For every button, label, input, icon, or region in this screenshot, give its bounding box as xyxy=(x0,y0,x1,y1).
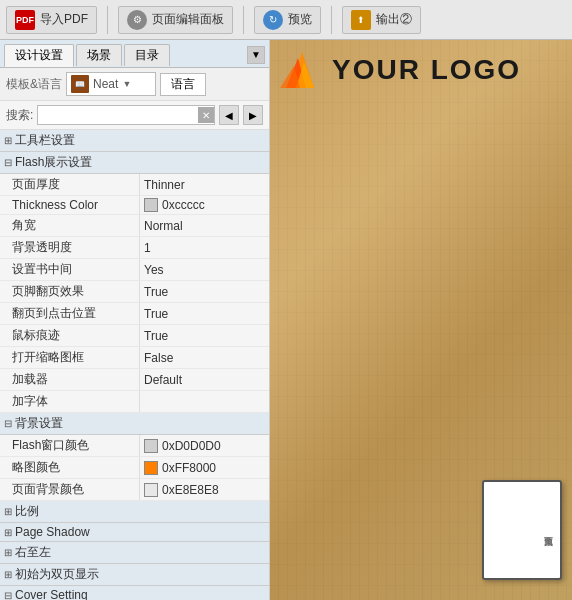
group-header-3[interactable]: ⊞比例 xyxy=(0,501,269,523)
group-label-2: 背景设置 xyxy=(15,415,63,432)
group-header-4[interactable]: ⊞Page Shadow xyxy=(0,523,269,542)
logo-text: YOUR LOGO xyxy=(332,54,521,86)
prop-value-text-1-7: True xyxy=(144,329,168,343)
prop-value-1-1: 0xccccc xyxy=(140,196,269,214)
group-header-1[interactable]: ⊟Flash展示设置 xyxy=(0,152,269,174)
page-editor-button[interactable]: ⚙ 页面编辑面板 xyxy=(118,6,233,34)
toolbar-separator-3 xyxy=(331,6,332,34)
prop-value-text-1-4: Yes xyxy=(144,263,164,277)
group-header-0[interactable]: ⊞工具栏设置 xyxy=(0,130,269,152)
search-label: 搜索: xyxy=(6,107,33,124)
pdf-icon: PDF xyxy=(15,10,35,30)
tab-toc[interactable]: 目录 xyxy=(124,44,170,66)
export-button[interactable]: ⬆ 输出② xyxy=(342,6,421,34)
tab-design[interactable]: 设计设置 xyxy=(4,44,74,67)
export-icon: ⬆ xyxy=(351,10,371,30)
search-input[interactable] xyxy=(38,108,198,122)
prop-value-text-1-1: 0xccccc xyxy=(162,198,205,212)
group-header-7[interactable]: ⊟Cover Setting xyxy=(0,586,269,600)
logo-area: YOUR LOGO xyxy=(280,50,562,90)
preview-area: YOUR LOGO 页面预览 xyxy=(270,40,572,600)
prop-name-1-3: 背景透明度 xyxy=(0,237,140,258)
prop-name-1-5: 页脚翻页效果 xyxy=(0,281,140,302)
group-label-6: 初始为双页显示 xyxy=(15,566,99,583)
prop-value-text-1-9: Default xyxy=(144,373,182,387)
prop-value-1-8: False xyxy=(140,349,269,367)
preview-label: 预览 xyxy=(288,11,312,28)
prop-name-2-1: 略图颜色 xyxy=(0,457,140,478)
prop-value-1-6: True xyxy=(140,305,269,323)
group-header-6[interactable]: ⊞初始为双页显示 xyxy=(0,564,269,586)
search-clear-button[interactable]: ✕ xyxy=(198,107,214,123)
prop-value-2-1: 0xFF8000 xyxy=(140,459,269,477)
prop-value-1-7: True xyxy=(140,327,269,345)
prop-value-text-1-6: True xyxy=(144,307,168,321)
template-row: 模板&语言 📖 Neat ▼ 语言 xyxy=(0,68,269,101)
group-header-5[interactable]: ⊞右至左 xyxy=(0,542,269,564)
template-name: Neat xyxy=(93,77,118,91)
prop-value-1-3: 1 xyxy=(140,239,269,257)
prop-row-1-6: 翻页到点击位置True xyxy=(0,303,269,325)
toolbar-separator-1 xyxy=(107,6,108,34)
prop-row-1-3: 背景透明度1 xyxy=(0,237,269,259)
prop-value-1-10 xyxy=(140,400,269,404)
prop-value-1-5: True xyxy=(140,283,269,301)
prop-value-1-9: Default xyxy=(140,371,269,389)
prop-value-text-1-2: Normal xyxy=(144,219,183,233)
prop-row-1-5: 页脚翻页效果True xyxy=(0,281,269,303)
search-next-button[interactable]: ▶ xyxy=(243,105,263,125)
group-label-3: 比例 xyxy=(15,503,39,520)
tabs-dropdown[interactable]: ▼ xyxy=(247,46,265,64)
group-label-5: 右至左 xyxy=(15,544,51,561)
main-area: 设计设置 场景 目录 ▼ 模板&语言 📖 Neat ▼ 语言 搜索: ✕ ◀ ▶ xyxy=(0,40,572,600)
prop-value-text-1-3: 1 xyxy=(144,241,151,255)
expand-icon-0: ⊞ xyxy=(4,135,12,146)
prop-value-1-0: Thinner xyxy=(140,176,269,194)
color-swatch-1-1 xyxy=(144,198,158,212)
expand-icon-3: ⊞ xyxy=(4,506,12,517)
settings-icon: ⚙ xyxy=(127,10,147,30)
prop-value-text-1-8: False xyxy=(144,351,173,365)
expand-icon-4: ⊞ xyxy=(4,527,12,538)
cover-book-preview: 页面预览 xyxy=(482,480,562,580)
import-pdf-button[interactable]: PDF 导入PDF xyxy=(6,6,97,34)
search-prev-button[interactable]: ◀ xyxy=(219,105,239,125)
group-header-2[interactable]: ⊟背景设置 xyxy=(0,413,269,435)
prop-name-1-8: 打开缩略图框 xyxy=(0,347,140,368)
toolbar-separator-2 xyxy=(243,6,244,34)
prop-row-2-1: 略图颜色0xFF8000 xyxy=(0,457,269,479)
expand-icon-1: ⊟ xyxy=(4,157,12,168)
prop-value-text-2-2: 0xE8E8E8 xyxy=(162,483,219,497)
preview-button[interactable]: ↻ 预览 xyxy=(254,6,321,34)
color-swatch-2-1 xyxy=(144,461,158,475)
search-row: 搜索: ✕ ◀ ▶ xyxy=(0,101,269,130)
tabs-row: 设计设置 场景 目录 ▼ xyxy=(0,40,269,68)
template-dropdown-arrow: ▼ xyxy=(122,79,131,89)
prop-value-text-1-0: Thinner xyxy=(144,178,185,192)
expand-icon-2: ⊟ xyxy=(4,418,12,429)
prop-row-1-2: 角宽Normal xyxy=(0,215,269,237)
page-editor-label: 页面编辑面板 xyxy=(152,11,224,28)
expand-icon-7: ⊟ xyxy=(4,590,12,601)
prop-name-2-2: 页面背景颜色 xyxy=(0,479,140,500)
prop-value-1-2: Normal xyxy=(140,217,269,235)
prop-row-1-9: 加载器Default xyxy=(0,369,269,391)
prop-row-2-0: Flash窗口颜色0xD0D0D0 xyxy=(0,435,269,457)
prop-value-2-2: 0xE8E8E8 xyxy=(140,481,269,499)
prop-value-1-4: Yes xyxy=(140,261,269,279)
template-book-icon: 📖 xyxy=(71,75,89,93)
prop-value-text-1-5: True xyxy=(144,285,168,299)
import-pdf-label: 导入PDF xyxy=(40,11,88,28)
template-section-label: 模板&语言 xyxy=(6,76,62,93)
tab-scene[interactable]: 场景 xyxy=(76,44,122,66)
template-select[interactable]: 📖 Neat ▼ xyxy=(66,72,156,96)
expand-icon-6: ⊞ xyxy=(4,569,12,580)
prop-value-2-0: 0xD0D0D0 xyxy=(140,437,269,455)
left-panel: 设计设置 场景 目录 ▼ 模板&语言 📖 Neat ▼ 语言 搜索: ✕ ◀ ▶ xyxy=(0,40,270,600)
prop-name-1-1: Thickness Color xyxy=(0,196,140,214)
search-input-wrap: ✕ xyxy=(37,105,215,125)
prop-name-2-0: Flash窗口颜色 xyxy=(0,435,140,456)
language-button[interactable]: 语言 xyxy=(160,73,206,96)
prop-value-text-2-0: 0xD0D0D0 xyxy=(162,439,221,453)
prop-row-2-2: 页面背景颜色0xE8E8E8 xyxy=(0,479,269,501)
